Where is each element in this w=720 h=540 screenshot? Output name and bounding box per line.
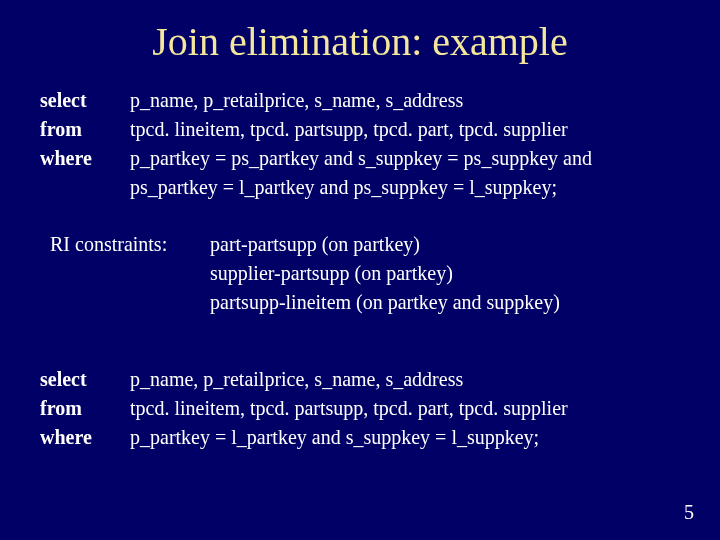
ri-item: partsupp-lineitem (on partkey and suppke…: [210, 289, 560, 316]
slide-body: select from where p_name, p_retailprice,…: [40, 87, 680, 453]
from-tables: tpcd. lineitem, tpcd. partsupp, tpcd. pa…: [130, 116, 592, 143]
keyword-from: from: [40, 116, 130, 143]
select-columns: p_name, p_retailprice, s_name, s_address: [130, 366, 568, 393]
sql-keywords: select from where: [40, 366, 130, 453]
sql-block-optimized: select from where p_name, p_retailprice,…: [40, 366, 680, 453]
keyword-select: select: [40, 87, 130, 114]
ri-item: supplier-partsupp (on partkey): [210, 260, 560, 287]
ri-constraints-items: part-partsupp (on partkey) supplier-part…: [210, 231, 560, 318]
select-columns: p_name, p_retailprice, s_name, s_address: [130, 87, 592, 114]
slide: Join elimination: example select from wh…: [0, 0, 720, 540]
sql-block-original: select from where p_name, p_retailprice,…: [40, 87, 680, 203]
page-number: 5: [684, 501, 694, 524]
where-line-1: p_partkey = ps_partkey and s_suppkey = p…: [130, 145, 592, 172]
ri-item: part-partsupp (on partkey): [210, 231, 560, 258]
sql-content: p_name, p_retailprice, s_name, s_address…: [130, 366, 568, 453]
sql-content: p_name, p_retailprice, s_name, s_address…: [130, 87, 592, 203]
keyword-where: where: [40, 145, 130, 172]
sql-keywords: select from where: [40, 87, 130, 203]
ri-constraints-label: RI constraints:: [50, 231, 210, 318]
where-line-2: ps_partkey = l_partkey and ps_suppkey = …: [130, 174, 592, 201]
keyword-where: where: [40, 424, 130, 451]
keyword-from: from: [40, 395, 130, 422]
where-line: p_partkey = l_partkey and s_suppkey = l_…: [130, 424, 568, 451]
slide-title: Join elimination: example: [40, 18, 680, 65]
from-tables: tpcd. lineitem, tpcd. partsupp, tpcd. pa…: [130, 395, 568, 422]
ri-constraints-block: RI constraints: part-partsupp (on partke…: [50, 231, 680, 318]
keyword-select: select: [40, 366, 130, 393]
